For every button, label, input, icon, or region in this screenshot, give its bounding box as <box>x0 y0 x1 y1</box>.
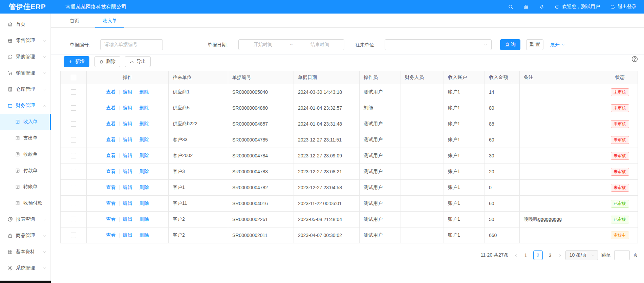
delete-button[interactable]: 删除 <box>94 56 120 67</box>
cell-operator: 测试用户 <box>360 132 401 148</box>
reset-button[interactable]: 重 置 <box>526 39 543 50</box>
row-action-编辑[interactable]: 编辑 <box>123 169 132 175</box>
notification-bell-icon[interactable] <box>539 4 544 9</box>
cell-operator: 刘能 <box>360 100 401 116</box>
sidebar-item-label: 采购管理 <box>16 54 35 60</box>
tab-income-bill[interactable]: 收入单 <box>95 14 124 28</box>
row-checkbox[interactable] <box>71 233 76 238</box>
search-icon[interactable] <box>508 4 513 9</box>
date-range-input[interactable]: 开始时间 ~ 结束时间 <box>238 39 344 50</box>
row-action-删除[interactable]: 删除 <box>139 232 149 238</box>
row-action-编辑[interactable]: 编辑 <box>123 216 132 222</box>
sidebar-item-采购管理[interactable]: 采购管理 <box>0 49 50 65</box>
sidebar-item-付款单[interactable]: 付款单 <box>0 162 50 179</box>
help-icon[interactable] <box>631 56 638 63</box>
cell-actions: 查看编辑删除 <box>87 84 169 100</box>
row-action-编辑[interactable]: 编辑 <box>123 153 132 159</box>
expand-link[interactable]: 展开 <box>550 39 565 50</box>
row-checkbox[interactable] <box>71 89 76 95</box>
row-action-删除[interactable]: 删除 <box>139 121 149 127</box>
row-action-查看[interactable]: 查看 <box>106 169 116 175</box>
row-action-查看[interactable]: 查看 <box>106 137 116 143</box>
table-header: 操作 往来单位 单据编号 单据日期 操作员 财务人员 收入账户 收入金额 备注 … <box>61 71 638 84</box>
bill-no-input[interactable]: 请输入单据编号 <box>100 39 163 50</box>
row-action-编辑[interactable]: 编辑 <box>123 105 132 111</box>
row-action-删除[interactable]: 删除 <box>139 169 149 175</box>
row-action-查看[interactable]: 查看 <box>106 89 116 95</box>
row-checkbox[interactable] <box>71 153 76 158</box>
row-checkbox[interactable] <box>71 201 76 206</box>
row-action-查看[interactable]: 查看 <box>106 184 116 191</box>
row-checkbox[interactable] <box>71 137 76 143</box>
sidebar-item-销售管理[interactable]: 销售管理 <box>0 65 50 81</box>
export-button[interactable]: 导出 <box>125 56 151 67</box>
row-action-编辑[interactable]: 编辑 <box>123 121 132 127</box>
row-checkbox[interactable] <box>71 185 76 190</box>
page-button-2[interactable]: 2 <box>533 251 543 260</box>
cell-bill-no: SR00000004016 <box>228 196 294 211</box>
row-action-删除[interactable]: 删除 <box>139 137 149 143</box>
row-action-编辑[interactable]: 编辑 <box>123 232 132 238</box>
sidebar-item-收款单[interactable]: 收款单 <box>0 146 50 162</box>
row-action-删除[interactable]: 删除 <box>139 89 149 95</box>
sidebar-item-首页[interactable]: 首页 <box>0 16 50 32</box>
row-action-删除[interactable]: 删除 <box>139 184 149 191</box>
row-action-删除[interactable]: 删除 <box>139 216 149 222</box>
prev-page-button[interactable] <box>514 254 518 257</box>
row-action-查看[interactable]: 查看 <box>106 121 116 127</box>
next-page-button[interactable] <box>558 254 562 257</box>
action-divider <box>136 153 136 158</box>
status-badge: 未审核 <box>611 152 629 160</box>
row-checkbox[interactable] <box>71 169 76 174</box>
sidebar-item-支出单[interactable]: 支出单 <box>0 130 50 146</box>
partner-select[interactable] <box>385 39 492 50</box>
row-checkbox[interactable] <box>71 105 76 111</box>
cell-bill-no: SR00000002011 <box>228 227 294 243</box>
sidebar-item-商品管理[interactable]: 商品管理 <box>0 227 50 244</box>
logout-button[interactable]: 退出登录 <box>610 4 637 10</box>
row-checkbox[interactable] <box>71 217 76 222</box>
cell-amount: 88 <box>485 116 520 132</box>
bank-icon[interactable] <box>523 4 529 9</box>
row-action-删除[interactable]: 删除 <box>139 105 149 111</box>
row-action-查看[interactable]: 查看 <box>106 153 116 159</box>
page-size-select[interactable]: 10 条/页 <box>565 250 598 260</box>
page-button-3[interactable]: 3 <box>545 251 555 260</box>
row-action-编辑[interactable]: 编辑 <box>123 200 132 206</box>
page-button-1[interactable]: 1 <box>521 251 531 260</box>
row-action-编辑[interactable]: 编辑 <box>123 184 132 191</box>
sidebar-item-收入单[interactable]: 收入单 <box>0 114 50 130</box>
row-action-查看[interactable]: 查看 <box>106 216 116 222</box>
row-action-编辑[interactable]: 编辑 <box>123 137 132 143</box>
cell-amount: 20 <box>485 164 520 179</box>
sidebar-item-仓库管理[interactable]: 仓库管理 <box>0 81 50 97</box>
doc-icon <box>15 119 20 125</box>
sidebar-item-转账单[interactable]: 转账单 <box>0 179 50 195</box>
sidebar-item-系统管理[interactable]: 系统管理 <box>0 260 50 276</box>
chevron-down-icon <box>561 43 565 47</box>
row-action-删除[interactable]: 删除 <box>139 153 149 159</box>
select-all-checkbox[interactable] <box>71 75 76 80</box>
gear-icon <box>7 265 13 271</box>
sidebar-item-零售管理[interactable]: 零售管理 <box>0 32 50 49</box>
add-button[interactable]: 新增 <box>64 56 89 67</box>
sidebar-item-label: 零售管理 <box>16 38 35 44</box>
jump-page-input[interactable] <box>614 250 630 260</box>
cell-partner: 客户2 <box>169 227 228 243</box>
sidebar-item-基本资料[interactable]: 基本资料 <box>0 244 50 260</box>
sidebar-item-财务管理[interactable]: 财务管理 <box>0 97 50 114</box>
row-checkbox[interactable] <box>71 121 76 127</box>
row-action-查看[interactable]: 查看 <box>106 105 116 111</box>
row-action-编辑[interactable]: 编辑 <box>123 89 132 95</box>
user-welcome[interactable]: 欢迎您，测试用户 <box>555 4 600 10</box>
row-action-查看[interactable]: 查看 <box>106 232 116 238</box>
action-divider <box>119 106 120 110</box>
cell-actions: 查看编辑删除 <box>87 180 169 195</box>
row-action-删除[interactable]: 删除 <box>139 200 149 206</box>
sidebar-item-报表查询[interactable]: 报表查询 <box>0 211 50 227</box>
sidebar-item-收预付款[interactable]: 收预付款 <box>0 195 50 211</box>
search-button[interactable]: 查 询 <box>500 39 520 50</box>
row-action-查看[interactable]: 查看 <box>106 200 116 206</box>
status-badge: 已审核 <box>611 216 629 223</box>
tab-home[interactable]: 首页 <box>62 14 87 28</box>
